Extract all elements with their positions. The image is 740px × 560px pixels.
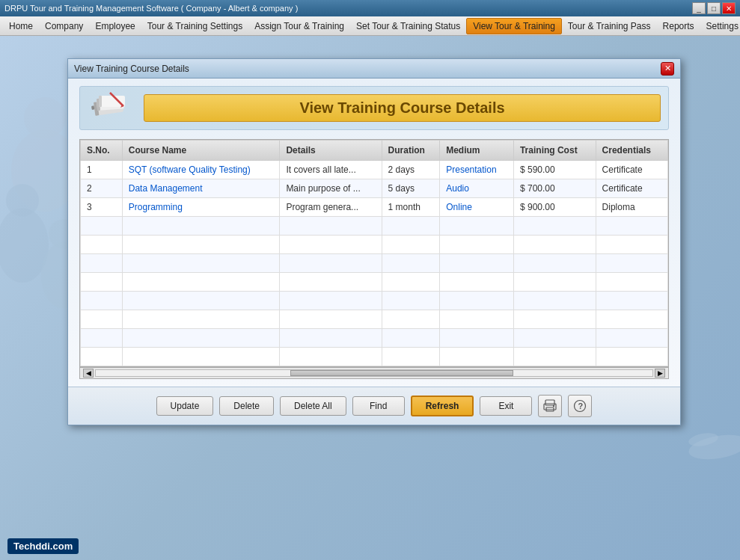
cell-empty: [440, 348, 514, 366]
refresh-button[interactable]: Refresh: [411, 396, 474, 416]
table-row[interactable]: 3ProgrammingProgram genera...1 monthOnli…: [81, 198, 668, 217]
cell-empty: [122, 254, 280, 273]
help-button[interactable]: ?: [568, 395, 592, 417]
menu-settings[interactable]: Settings: [700, 19, 740, 34]
scroll-left-button[interactable]: ◀: [83, 369, 94, 378]
dialog-titlebar: View Training Course Details ✕: [68, 59, 680, 79]
cell-empty: [513, 254, 596, 273]
watermark: Techddi.com: [7, 538, 79, 554]
cell-empty: [382, 348, 440, 366]
books-icon: [88, 91, 132, 125]
help-icon: ?: [573, 399, 587, 413]
cell-training-cost: $ 700.00: [513, 179, 596, 198]
scroll-thumb[interactable]: [290, 370, 513, 376]
exit-button[interactable]: Exit: [480, 396, 532, 416]
cell-empty: [513, 329, 596, 348]
minimize-button[interactable]: _: [692, 2, 706, 14]
menu-home[interactable]: Home: [3, 19, 39, 34]
col-medium: Medium: [440, 141, 514, 161]
training-table-container[interactable]: S.No. Course Name Details Duration Mediu…: [79, 139, 669, 367]
cell-empty: [513, 310, 596, 329]
cell-empty: [382, 254, 440, 273]
cell-details: It covers all late...: [280, 161, 382, 179]
cell-duration: 2 days: [382, 161, 440, 179]
col-training-cost: Training Cost: [513, 141, 596, 161]
app-close-button[interactable]: ✕: [722, 2, 736, 14]
cell-empty: [122, 217, 280, 236]
cell-empty: [122, 292, 280, 310]
cell-credentials: Diploma: [596, 198, 667, 217]
table-row[interactable]: 1SQT (software Quality Testing)It covers…: [81, 161, 668, 179]
main-background: View Training Course Details ✕: [0, 36, 740, 560]
cell-empty: [440, 329, 514, 348]
svg-text:?: ?: [578, 401, 584, 410]
col-details: Details: [280, 141, 382, 161]
svg-rect-13: [99, 96, 125, 107]
training-table: S.No. Course Name Details Duration Mediu…: [80, 140, 668, 366]
find-button[interactable]: Find: [352, 396, 405, 416]
delete-all-button[interactable]: Delete All: [280, 396, 346, 416]
cell-duration: 5 days: [382, 179, 440, 198]
cell-details: Program genera...: [280, 198, 382, 217]
title-bar-buttons: _ □ ✕: [692, 2, 736, 14]
title-bar: DRPU Tour and Training Management Softwa…: [0, 0, 740, 16]
cell-empty: [382, 329, 440, 348]
col-credentials: Credentials: [596, 141, 667, 161]
menu-assign-tour-training[interactable]: Assign Tour & Training: [248, 19, 350, 34]
cell-empty: [280, 217, 382, 236]
cell-empty: [81, 217, 123, 236]
cell-empty: [596, 329, 667, 348]
cell-sno: 2: [81, 179, 123, 198]
maximize-button[interactable]: □: [707, 2, 721, 14]
dialog-content: View Training Course Details S.No. Cours…: [68, 79, 680, 387]
cell-empty: [382, 292, 440, 310]
scroll-right-button[interactable]: ▶: [655, 369, 665, 378]
cell-empty: [81, 236, 123, 254]
menu-company[interactable]: Company: [39, 19, 89, 34]
cell-empty: [122, 236, 280, 254]
menu-bar: Home Company Employee Tour & Training Se…: [0, 16, 740, 36]
cell-empty: [280, 348, 382, 366]
cell-empty: [513, 236, 596, 254]
table-row-empty: [81, 273, 668, 292]
cell-empty: [122, 329, 280, 348]
print-button[interactable]: [538, 395, 562, 417]
cell-empty: [596, 292, 667, 310]
dialog-view-training: View Training Course Details ✕: [67, 58, 681, 425]
update-button[interactable]: Update: [156, 396, 214, 416]
table-row[interactable]: 2Data ManagementMain purpose of ...5 day…: [81, 179, 668, 198]
menu-tour-training-pass[interactable]: Tour & Training Pass: [562, 19, 657, 34]
button-row: Update Delete Delete All Find Refresh Ex…: [68, 387, 680, 425]
cell-empty: [440, 254, 514, 273]
cell-empty: [280, 292, 382, 310]
table-row-empty: [81, 217, 668, 236]
menu-employee[interactable]: Employee: [89, 19, 141, 34]
cell-empty: [122, 348, 280, 366]
scroll-track[interactable]: [95, 369, 653, 377]
cell-empty: [280, 236, 382, 254]
cell-empty: [440, 217, 514, 236]
cell-empty: [513, 273, 596, 292]
delete-button[interactable]: Delete: [219, 396, 274, 416]
cell-empty: [513, 292, 596, 310]
col-sno: S.No.: [81, 141, 123, 161]
svg-rect-20: [553, 405, 554, 407]
app-title: DRPU Tour and Training Management Softwa…: [4, 4, 298, 13]
menu-set-tour-training-status[interactable]: Set Tour & Training Status: [350, 19, 466, 34]
cell-empty: [513, 217, 596, 236]
cell-empty: [81, 273, 123, 292]
dialog-title: View Training Course Details: [74, 64, 189, 74]
cell-empty: [440, 273, 514, 292]
cell-empty: [81, 329, 123, 348]
cell-empty: [440, 236, 514, 254]
horizontal-scrollbar[interactable]: ◀ ▶: [79, 367, 669, 379]
menu-tour-training-settings[interactable]: Tour & Training Settings: [141, 19, 248, 34]
cell-empty: [81, 348, 123, 366]
cell-empty: [596, 254, 667, 273]
dialog-close-button[interactable]: ✕: [661, 62, 674, 76]
table-row-empty: [81, 329, 668, 348]
menu-reports[interactable]: Reports: [657, 19, 700, 34]
cell-credentials: Certificate: [596, 179, 667, 198]
menu-view-tour-training[interactable]: View Tour & Training: [466, 18, 562, 34]
svg-point-1: [24, 97, 66, 139]
